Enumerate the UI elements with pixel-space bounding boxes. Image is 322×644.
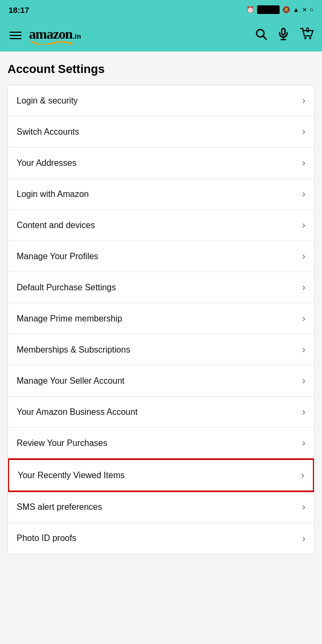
settings-list: Login & security›Switch Accounts›Your Ad… bbox=[8, 85, 314, 554]
settings-item-review-your-purchases[interactable]: Review Your Purchases› bbox=[8, 428, 314, 459]
hamburger-menu[interactable] bbox=[8, 30, 24, 41]
chevron-right-icon: › bbox=[302, 344, 305, 355]
chevron-right-icon: › bbox=[302, 126, 305, 137]
settings-item-memberships-subscriptions[interactable]: Memberships & Subscriptions› bbox=[8, 334, 314, 365]
settings-item-label: Manage Your Profiles bbox=[17, 252, 98, 261]
chevron-right-icon: › bbox=[302, 282, 305, 293]
settings-item-label: Manage Prime membership bbox=[17, 314, 122, 324]
chevron-right-icon: › bbox=[302, 157, 305, 169]
signal-icon: ✕ bbox=[302, 6, 307, 13]
nav-icons: 0 bbox=[254, 27, 314, 43]
settings-item-label: Your Addresses bbox=[17, 158, 76, 168]
status-time: 18:17 bbox=[9, 5, 29, 14]
chevron-right-icon: › bbox=[302, 313, 305, 324]
svg-rect-3 bbox=[282, 28, 285, 35]
status-bar: 18:17 ⏰ VoLTE 🔕 ▲ ✕ ○ bbox=[0, 0, 322, 19]
chevron-right-icon: › bbox=[302, 219, 305, 231]
settings-item-label: Login & security bbox=[17, 96, 78, 106]
page-title: Account Settings bbox=[8, 62, 314, 76]
chevron-right-icon: › bbox=[301, 470, 304, 481]
navbar: amazon .in bbox=[0, 19, 322, 52]
chevron-right-icon: › bbox=[302, 533, 305, 544]
mic-icon[interactable] bbox=[277, 27, 290, 43]
settings-item-content-and-devices[interactable]: Content and devices› bbox=[8, 210, 314, 241]
bell-muted-icon: 🔕 bbox=[282, 6, 290, 13]
settings-item-manage-prime-membership[interactable]: Manage Prime membership› bbox=[8, 303, 314, 334]
settings-item-label: Default Purchase Settings bbox=[17, 283, 116, 292]
battery-icon: ○ bbox=[310, 6, 313, 13]
svg-line-2 bbox=[264, 36, 267, 40]
svg-point-6 bbox=[304, 37, 306, 39]
settings-item-default-purchase-settings[interactable]: Default Purchase Settings› bbox=[8, 272, 314, 303]
settings-item-label: Your Recently Viewed Items bbox=[18, 471, 125, 480]
settings-item-label: SMS alert preferences bbox=[17, 502, 102, 512]
settings-item-sms-alert-preferences[interactable]: SMS alert preferences› bbox=[8, 492, 314, 523]
settings-item-your-addresses[interactable]: Your Addresses› bbox=[8, 148, 314, 179]
svg-point-7 bbox=[309, 37, 311, 39]
settings-item-recently-viewed-items[interactable]: Your Recently Viewed Items› bbox=[8, 458, 314, 492]
volte-icon: VoLTE bbox=[257, 5, 280, 14]
chevron-right-icon: › bbox=[302, 437, 305, 449]
chevron-right-icon: › bbox=[302, 406, 305, 418]
settings-item-manage-your-profiles[interactable]: Manage Your Profiles› bbox=[8, 241, 314, 272]
settings-item-label: Review Your Purchases bbox=[17, 438, 107, 448]
settings-item-label: Memberships & Subscriptions bbox=[17, 345, 130, 355]
settings-item-label: Your Amazon Business Account bbox=[17, 407, 137, 417]
chevron-right-icon: › bbox=[302, 188, 305, 200]
chevron-right-icon: › bbox=[302, 95, 305, 106]
logo-area[interactable]: amazon .in bbox=[29, 26, 249, 45]
settings-item-login-security[interactable]: Login & security› bbox=[8, 85, 314, 116]
page-content: Account Settings Login & security›Switch… bbox=[0, 52, 322, 562]
logo-text: amazon bbox=[29, 26, 72, 42]
settings-item-label: Photo ID proofs bbox=[17, 533, 76, 543]
settings-item-amazon-business-account[interactable]: Your Amazon Business Account› bbox=[8, 397, 314, 428]
settings-item-label: Manage Your Seller Account bbox=[17, 376, 125, 386]
cart-count: 0 bbox=[306, 26, 318, 34]
chevron-right-icon: › bbox=[302, 375, 305, 386]
chevron-right-icon: › bbox=[302, 251, 305, 262]
alarm-icon: ⏰ bbox=[246, 6, 254, 13]
settings-item-label: Login with Amazon bbox=[17, 189, 89, 199]
wifi-icon: ▲ bbox=[293, 6, 299, 13]
logo-suffix: .in bbox=[73, 32, 81, 40]
settings-item-photo-id-proofs[interactable]: Photo ID proofs› bbox=[8, 523, 314, 554]
search-icon[interactable] bbox=[254, 27, 267, 43]
settings-item-login-with-amazon[interactable]: Login with Amazon› bbox=[8, 179, 314, 210]
cart-icon[interactable]: 0 bbox=[299, 27, 314, 43]
settings-item-label: Switch Accounts bbox=[17, 127, 79, 137]
settings-item-label: Content and devices bbox=[17, 221, 95, 230]
settings-item-manage-seller-account[interactable]: Manage Your Seller Account› bbox=[8, 365, 314, 397]
settings-item-switch-accounts[interactable]: Switch Accounts› bbox=[8, 116, 314, 148]
chevron-right-icon: › bbox=[302, 501, 305, 513]
status-icons: ⏰ VoLTE 🔕 ▲ ✕ ○ bbox=[246, 5, 313, 14]
